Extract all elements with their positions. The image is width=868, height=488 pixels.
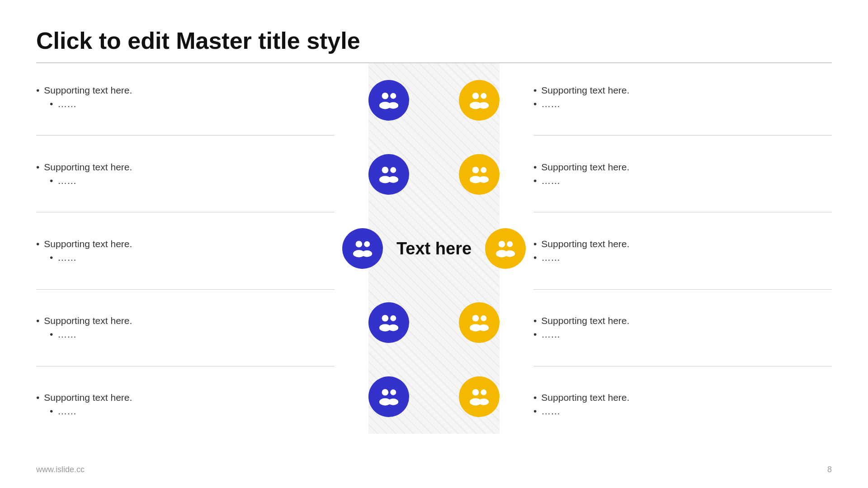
svg-point-27: [388, 324, 398, 331]
blue-icon-5: [368, 376, 409, 417]
left-row-2-line2: ……: [57, 175, 76, 186]
left-row-2-line1: Supporting text here.: [44, 162, 132, 173]
svg-point-10: [390, 167, 396, 173]
svg-point-12: [472, 167, 479, 174]
left-row-2: •Supporting text here. •……: [36, 154, 335, 194]
svg-point-38: [481, 389, 486, 395]
svg-point-18: [364, 241, 370, 247]
group-icon-yellow-4: [467, 311, 491, 334]
left-column: •Supporting text here. •…… •Supporting t…: [36, 63, 348, 434]
group-icon-yellow-5: [467, 385, 491, 408]
right-divider-3: [533, 289, 832, 290]
svg-point-31: [478, 324, 489, 331]
svg-point-39: [478, 399, 489, 405]
svg-point-16: [356, 241, 363, 248]
svg-point-7: [478, 102, 489, 109]
yellow-icon-1: [459, 80, 500, 121]
svg-point-34: [390, 389, 396, 395]
right-divider-1: [533, 135, 832, 136]
icon-row-2: [368, 154, 500, 195]
group-icon: [377, 89, 401, 112]
footer-url: www.islide.cc: [36, 465, 85, 474]
svg-point-19: [362, 250, 372, 257]
svg-point-11: [388, 176, 398, 183]
blue-icon-2: [368, 154, 409, 195]
right-row-2-line1: Supporting text here.: [541, 162, 629, 173]
right-divider-2: [533, 212, 832, 212]
slide: Click to edit Master title style •Suppor…: [0, 0, 868, 488]
yellow-icon-3: [485, 228, 526, 269]
right-row-3: •Supporting text here. •……: [533, 230, 832, 271]
icon-row-3: Text here: [342, 228, 526, 269]
left-row-3: •Supporting text here. •……: [36, 230, 335, 271]
right-row-1-line2: ……: [541, 99, 560, 109]
slide-title[interactable]: Click to edit Master title style: [36, 27, 832, 54]
footer: www.islide.cc 8: [36, 465, 832, 474]
svg-point-4: [472, 93, 479, 99]
divider-2: [36, 212, 335, 212]
group-icon-2: [377, 163, 401, 186]
svg-point-28: [472, 315, 479, 322]
left-row-3-line2: ……: [57, 252, 76, 263]
left-row-3-line1: Supporting text here.: [44, 239, 132, 249]
right-row-5-line2: ……: [541, 406, 560, 417]
icon-row-5: [368, 376, 500, 417]
left-row-1: •Supporting text here. •……: [36, 77, 335, 117]
svg-point-0: [382, 93, 389, 99]
svg-point-36: [472, 389, 479, 396]
group-icon-yellow-3: [494, 237, 517, 260]
left-row-5-line2: ……: [57, 406, 76, 417]
svg-point-22: [507, 241, 513, 247]
svg-point-2: [390, 93, 396, 99]
right-column: •Supporting text here. •…… •Supporting t…: [520, 63, 832, 434]
yellow-icon-2: [459, 154, 500, 195]
right-row-1-line1: Supporting text here.: [541, 85, 629, 96]
left-row-1-line1: Supporting text here.: [44, 85, 132, 96]
right-row-3-line1: Supporting text here.: [541, 239, 629, 249]
svg-point-30: [481, 315, 486, 321]
group-icon-yellow-1: [467, 89, 491, 112]
group-icon-4: [377, 311, 401, 334]
right-row-4-line1: Supporting text here.: [541, 315, 629, 326]
svg-point-20: [499, 241, 505, 248]
icon-row-1: [368, 80, 500, 121]
group-icon-5: [377, 385, 401, 408]
left-row-4: •Supporting text here. •……: [36, 307, 335, 348]
right-row-2: •Supporting text here. •……: [533, 154, 832, 194]
blue-icon-4: [368, 302, 409, 343]
svg-point-23: [505, 250, 515, 257]
left-row-4-line1: Supporting text here.: [44, 315, 132, 326]
divider-3: [36, 289, 335, 290]
svg-point-24: [382, 315, 389, 322]
divider-4: [36, 366, 335, 366]
right-divider-4: [533, 366, 832, 366]
svg-point-8: [382, 167, 389, 174]
svg-point-14: [481, 167, 486, 173]
right-row-3-line2: ……: [541, 252, 560, 263]
footer-page: 8: [827, 465, 832, 474]
right-row-5-line1: Supporting text here.: [541, 392, 629, 403]
svg-point-35: [388, 399, 398, 405]
group-icon-3: [351, 237, 374, 260]
blue-icon-3: [342, 228, 383, 269]
left-row-1-line2: ……: [57, 99, 76, 109]
right-row-1: •Supporting text here. •……: [533, 77, 832, 117]
blue-icon-1: [368, 80, 409, 121]
right-row-4: •Supporting text here. •……: [533, 307, 832, 348]
icon-row-4: [368, 302, 500, 343]
svg-point-3: [388, 102, 398, 109]
svg-point-26: [390, 315, 396, 321]
right-row-2-line2: ……: [541, 175, 560, 186]
right-row-4-line2: ……: [541, 329, 560, 340]
yellow-icon-5: [459, 376, 500, 417]
yellow-icon-4: [459, 302, 500, 343]
left-row-5: •Supporting text here. •……: [36, 384, 335, 425]
group-icon-yellow-2: [467, 163, 491, 186]
left-row-4-line2: ……: [57, 329, 76, 340]
left-row-5-line1: Supporting text here.: [44, 392, 132, 403]
center-column: Text here: [348, 63, 520, 434]
center-text: Text here: [396, 239, 472, 258]
divider-1: [36, 135, 335, 136]
svg-point-6: [481, 93, 486, 99]
svg-point-15: [478, 176, 489, 183]
